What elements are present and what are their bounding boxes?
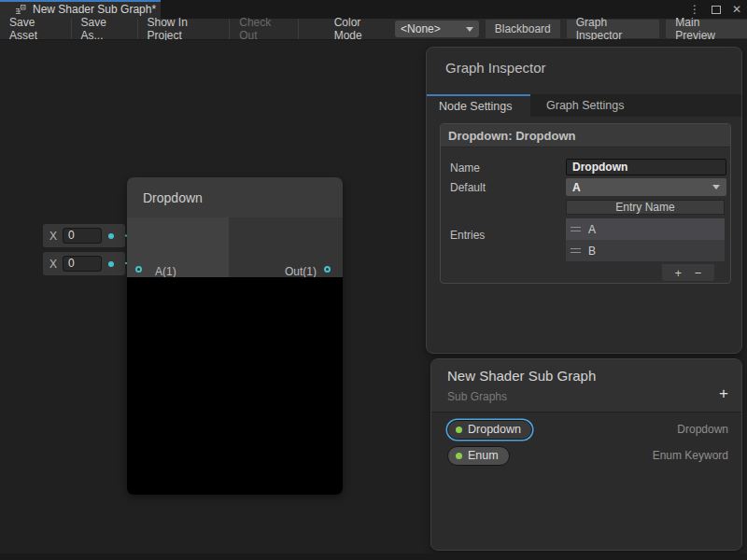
entries-header: Entry Name <box>566 200 725 215</box>
show-in-project-button[interactable]: Show In Project <box>138 19 231 39</box>
remove-entry-button[interactable]: − <box>695 266 702 280</box>
port-output[interactable] <box>324 266 331 273</box>
save-asset-button[interactable]: Save Asset <box>0 19 72 39</box>
shader-graph-window: New Shader Sub Graph* ⋮ ✕ Save Asset Sav… <box>0 0 747 560</box>
default-dropdown[interactable]: A <box>566 178 726 196</box>
property-type: Dropdown <box>677 423 728 436</box>
chevron-down-icon <box>712 185 720 189</box>
main-preview-toggle-button[interactable]: Main Preview <box>666 20 747 38</box>
blackboard-subtitle: Sub Graphs <box>447 390 507 403</box>
blackboard-panel: New Shader Sub Graph Sub Graphs + Dropdo… <box>430 358 742 551</box>
dropdown-property-pill[interactable]: Dropdown <box>447 420 532 440</box>
subgraph-icon <box>15 4 26 15</box>
property-type: Enum Keyword <box>653 449 728 462</box>
tab-node-settings[interactable]: Node Settings <box>427 94 530 117</box>
entries-footer: + − <box>662 264 714 281</box>
entry-name: B <box>588 245 596 258</box>
check-out-button: Check Out <box>230 19 298 39</box>
node-preview <box>127 277 343 495</box>
property-name: Enum <box>468 449 499 462</box>
graph-inspector-panel: Graph Inspector Node Settings Graph Sett… <box>426 47 742 354</box>
blackboard-header: New Shader Sub Graph Sub Graphs + <box>431 359 741 413</box>
port-label-a: A(1) <box>155 265 176 278</box>
entry-name: A <box>588 223 596 236</box>
value-field-b[interactable]: 0 <box>63 256 102 272</box>
node-input-section <box>127 217 229 277</box>
node-title: Dropdown <box>143 190 203 205</box>
blackboard-title: New Shader Sub Graph <box>447 368 596 384</box>
node-settings-section: Dropdown: Dropdown Name Dropdown Default… <box>440 123 731 284</box>
section-title: Dropdown: Dropdown <box>441 124 730 147</box>
color-mode-value: <None> <box>401 22 441 35</box>
chevron-down-icon <box>466 27 473 32</box>
input-widget-b: X 0 <box>43 252 125 275</box>
port-label-out: Out(1) <box>285 265 317 278</box>
axis-label: X <box>49 230 57 243</box>
name-input[interactable]: Dropdown <box>566 159 726 175</box>
window-bottom-edge <box>0 553 747 560</box>
document-title: New Shader Sub Graph* <box>33 3 156 16</box>
entry-row-b[interactable]: B <box>566 240 725 261</box>
name-label: Name <box>450 161 480 175</box>
input-widget-a: X 0 <box>43 224 125 247</box>
default-label: Default <box>450 181 486 194</box>
axis-label: X <box>49 258 57 271</box>
dropdown-node[interactable]: Dropdown A(1) B(1) Out(1) <box>127 177 343 495</box>
widget-port-dot <box>108 261 114 267</box>
maximize-icon[interactable] <box>712 6 721 14</box>
exposed-dot-icon <box>456 453 462 459</box>
inspector-title: Graph Inspector <box>445 60 546 76</box>
blackboard-row-dropdown: Dropdown Dropdown <box>447 419 728 440</box>
drag-handle-icon[interactable] <box>571 248 581 253</box>
entries-label: Entries <box>450 229 485 242</box>
active-tab-accent <box>0 0 161 2</box>
entries-list: Entry Name A B <box>566 200 725 261</box>
entry-row-a[interactable]: A <box>566 218 725 240</box>
widget-port-dot <box>108 233 114 239</box>
toolbar: Save Asset Save As... Show In Project Ch… <box>0 19 747 40</box>
port-input-a[interactable] <box>135 266 142 273</box>
blackboard-row-enum: Enum Enum Keyword <box>447 445 728 466</box>
default-value: A <box>572 181 581 194</box>
tab-graph-settings[interactable]: Graph Settings <box>530 94 624 117</box>
save-as-button[interactable]: Save As... <box>72 19 138 39</box>
color-mode-dropdown[interactable]: <None> <box>395 21 479 37</box>
add-entry-button[interactable]: + <box>675 266 683 280</box>
exposed-dot-icon <box>456 427 462 433</box>
enum-property-pill[interactable]: Enum <box>447 446 510 466</box>
add-property-button[interactable]: + <box>719 385 728 401</box>
blackboard-toggle-button[interactable]: Blackboard <box>486 20 560 38</box>
node-title-bar[interactable]: Dropdown <box>127 177 343 217</box>
node-body: A(1) B(1) Out(1) <box>127 217 343 277</box>
property-name: Dropdown <box>468 423 521 436</box>
inspector-tabstrip: Node Settings Graph Settings <box>427 94 741 117</box>
color-mode-label: Color Mode <box>327 16 395 42</box>
value-field-a[interactable]: 0 <box>63 228 102 244</box>
graph-inspector-toggle-button[interactable]: Graph Inspector <box>567 20 660 38</box>
drag-handle-icon[interactable] <box>571 227 581 231</box>
